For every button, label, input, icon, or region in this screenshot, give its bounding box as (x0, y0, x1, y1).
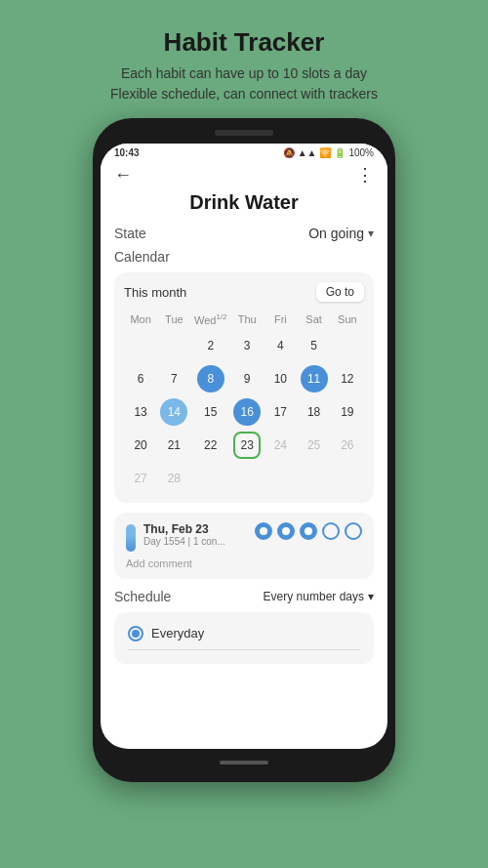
state-value[interactable]: On going ▾ (308, 226, 374, 241)
phone-device: 10:43 🔕 ▲▲ 🛜 🔋 100% ← ⋮ Drink Water (93, 118, 395, 782)
circle-1[interactable] (255, 522, 272, 540)
circle-4[interactable] (322, 522, 340, 540)
cal-day[interactable]: 24 (266, 432, 294, 459)
circle-5[interactable] (345, 522, 362, 540)
cal-day[interactable]: 5 (301, 332, 328, 359)
more-button[interactable]: ⋮ (356, 164, 374, 186)
col-tue: Tue (157, 310, 190, 329)
cal-day[interactable]: 19 (334, 398, 361, 426)
cal-day[interactable]: 22 (197, 432, 224, 459)
calendar-header: This month Go to (124, 282, 364, 302)
day-detail-card: Thu, Feb 23 Day 1554 | 1 con... Ad (114, 513, 374, 579)
cal-day-11[interactable]: 11 (301, 365, 328, 393)
this-month-label: This month (124, 285, 186, 300)
cal-day[interactable]: 21 (160, 432, 187, 459)
goto-button[interactable]: Go to (316, 282, 364, 302)
day-detail-left: Thu, Feb 23 Day 1554 | 1 con... (126, 522, 225, 552)
calendar-label: Calendar (114, 249, 374, 265)
wifi-icon: 🛜 (319, 147, 331, 158)
cal-day-8[interactable]: 8 (197, 365, 224, 393)
everyday-label: Everyday (151, 626, 204, 641)
schedule-dropdown-arrow: ▾ (368, 590, 374, 603)
status-bar: 10:43 🔕 ▲▲ 🛜 🔋 100% (101, 144, 387, 160)
table-row: 2 3 4 5 (124, 329, 364, 362)
cal-day-14[interactable]: 14 (160, 398, 187, 426)
cal-day[interactable]: 27 (127, 465, 154, 492)
status-time: 10:43 (114, 147, 140, 158)
header-subtitle: Each habit can have up to 10 slots a day… (110, 63, 378, 104)
water-icon (126, 524, 136, 552)
cal-day[interactable]: 6 (127, 365, 154, 393)
top-bar: ← ⋮ (101, 160, 387, 191)
col-sat: Sat (298, 310, 331, 329)
day-detail-text: Thu, Feb 23 Day 1554 | 1 con... (143, 522, 225, 547)
cal-day-23[interactable]: 23 (233, 432, 261, 459)
habit-title: Drink Water (114, 191, 374, 214)
page-wrapper: Habit Tracker Each habit can have up to … (0, 10, 488, 868)
cal-day[interactable]: 7 (160, 365, 187, 393)
screen-content: Drink Water State On going ▾ Calendar Th… (101, 191, 387, 678)
radio-everyday[interactable] (128, 626, 143, 641)
mute-icon: 🔕 (283, 147, 295, 158)
cal-day[interactable]: 26 (334, 432, 361, 459)
status-right: 🔕 ▲▲ 🛜 🔋 100% (283, 147, 374, 158)
state-label: State (114, 226, 146, 241)
cal-day[interactable]: 3 (233, 332, 261, 359)
cal-day[interactable]: 13 (127, 398, 154, 426)
signal-icon: ▲▲ (298, 147, 317, 158)
state-dropdown-arrow: ▾ (368, 227, 374, 240)
schedule-label: Schedule (114, 589, 171, 604)
schedule-option-everyday[interactable]: Everyday (128, 622, 360, 645)
cal-day[interactable]: 9 (233, 365, 261, 393)
state-row: State On going ▾ (114, 226, 374, 241)
cal-day[interactable]: 12 (334, 365, 361, 393)
table-row: 27 28 (124, 462, 364, 495)
circle-2[interactable] (277, 522, 295, 540)
cal-day-16[interactable]: 16 (233, 398, 261, 426)
table-row: 6 7 8 9 10 11 12 (124, 362, 364, 395)
back-button[interactable]: ← (114, 165, 132, 186)
battery-percent: 100% (348, 147, 374, 158)
home-indicator[interactable] (220, 761, 268, 765)
col-thu: Thu (230, 310, 264, 329)
radio-inner (132, 630, 140, 638)
cal-day[interactable]: 20 (127, 432, 154, 459)
table-row: 20 21 22 23 24 25 26 (124, 429, 364, 462)
circle-3[interactable] (300, 522, 317, 540)
battery-icon: 🔋 (334, 147, 346, 158)
schedule-row: Schedule Every number days ▾ (114, 589, 374, 604)
cal-day[interactable]: 17 (266, 398, 294, 426)
cal-day[interactable]: 2 (197, 332, 224, 359)
phone-bottom-bar (101, 755, 387, 770)
cal-day[interactable]: 28 (160, 465, 187, 492)
schedule-value[interactable]: Every number days ▾ (264, 590, 374, 603)
header-section: Habit Tracker Each habit can have up to … (81, 10, 407, 118)
cal-day[interactable]: 25 (301, 432, 328, 459)
calendar-grid: Mon Tue Wed1/2 Thu Fri Sat Sun (124, 310, 364, 495)
cal-day[interactable]: 18 (301, 398, 328, 426)
schedule-card: Everyday (114, 612, 374, 664)
col-mon: Mon (124, 310, 157, 329)
table-row: 13 14 15 16 17 18 19 (124, 395, 364, 429)
col-wed: Wed1/2 (190, 310, 230, 329)
divider (128, 649, 360, 650)
day-circles (255, 522, 362, 540)
col-sun: Sun (331, 310, 364, 329)
calendar-card: This month Go to Mon Tue Wed1/2 Thu Fri (114, 272, 374, 503)
cal-day[interactable]: 15 (197, 398, 224, 426)
phone-notch (215, 130, 273, 136)
phone-screen: 10:43 🔕 ▲▲ 🛜 🔋 100% ← ⋮ Drink Water (101, 144, 387, 749)
day-date: Thu, Feb 23 (143, 522, 225, 536)
day-detail-top: Thu, Feb 23 Day 1554 | 1 con... (126, 522, 362, 552)
day-sub: Day 1554 | 1 con... (143, 536, 225, 547)
cal-day[interactable]: 10 (266, 365, 294, 393)
cal-day[interactable]: 4 (266, 332, 294, 359)
header-title: Habit Tracker (110, 27, 378, 58)
add-comment[interactable]: Add comment (126, 558, 362, 569)
col-fri: Fri (264, 310, 297, 329)
